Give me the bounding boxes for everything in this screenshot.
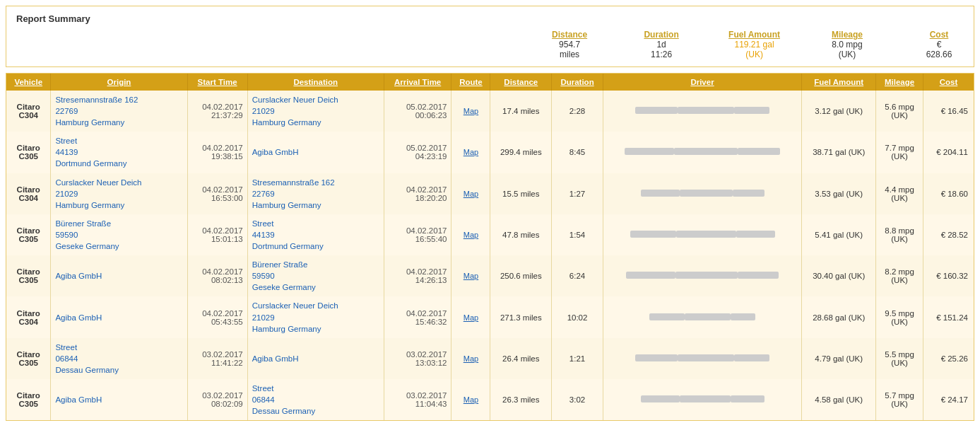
cell-destination[interactable]: Bürener Straße59590Geseke Germany: [247, 255, 384, 296]
cell-cost: € 204.11: [923, 132, 974, 173]
cell-start-time: 03.02.201708:02:09: [187, 379, 247, 420]
cell-cost: € 25.26: [923, 338, 974, 379]
col-distance[interactable]: Distance: [490, 74, 552, 91]
driver-bar: [733, 190, 764, 197]
table-row: CitaroC305Agiba GmbH03.02.201708:02:09St…: [6, 379, 974, 420]
col-origin[interactable]: Origin: [51, 74, 187, 91]
col-destination[interactable]: Destination: [247, 74, 384, 91]
summary-top-duration-label: Duration: [637, 30, 686, 40]
col-fuel[interactable]: Fuel Amount: [802, 74, 876, 91]
summary-top-mileage-label: Mileage: [822, 30, 872, 40]
cell-fuel: 5.41 gal (UK): [802, 214, 876, 255]
cell-driver: [603, 255, 801, 296]
cell-origin[interactable]: Street44139Dortmund Germany: [51, 132, 187, 173]
summary-top-fuel-value: 119.21 gal (UK): [728, 40, 780, 59]
cell-duration: 8:45: [552, 132, 603, 173]
cell-destination[interactable]: Agiba GmbH: [247, 132, 384, 173]
col-vehicle[interactable]: Vehicle: [6, 74, 51, 91]
summary-top-distance-label: Distance: [545, 30, 594, 40]
cell-distance: 26.4 miles: [490, 338, 552, 379]
data-table-wrap: Vehicle Origin Start Time Destination Ar…: [6, 73, 974, 421]
driver-bar: [734, 354, 769, 361]
col-route[interactable]: Route: [451, 74, 490, 91]
cell-fuel: 38.71 gal (UK): [802, 132, 876, 173]
cell-origin[interactable]: Curslacker Neuer Deich21029Hamburg Germa…: [51, 173, 187, 214]
cell-vehicle: CitaroC304: [6, 91, 51, 132]
cell-destination[interactable]: Street06844Dessau Germany: [247, 379, 384, 420]
cell-origin[interactable]: Agiba GmbH: [51, 255, 187, 296]
cell-destination[interactable]: Curslacker Neuer Deich21029Hamburg Germa…: [247, 91, 384, 132]
cell-origin[interactable]: Stresemannstraße 16222769Hamburg Germany: [51, 91, 187, 132]
driver-bar: [685, 313, 731, 320]
report-summary-top: Report Summary Distance 954.7 miles Dura…: [6, 6, 974, 67]
cell-duration: 1:27: [552, 173, 603, 214]
cell-route[interactable]: Map: [451, 173, 490, 214]
summary-top-distance-value: 954.7 miles: [545, 40, 594, 59]
col-mileage[interactable]: Mileage: [876, 74, 923, 91]
report-summary-top-title: Report Summary: [16, 13, 964, 24]
cell-cost: € 28.52: [923, 214, 974, 255]
driver-bar: [736, 231, 775, 238]
cell-origin[interactable]: Bürener Straße59590Geseke Germany: [51, 214, 187, 255]
cell-destination[interactable]: Agiba GmbH: [247, 338, 384, 379]
cell-cost: € 160.32: [923, 255, 974, 296]
table-header-row: Vehicle Origin Start Time Destination Ar…: [6, 74, 974, 91]
cell-route[interactable]: Map: [451, 91, 490, 132]
cell-fuel: 28.68 gal (UK): [802, 296, 876, 337]
driver-bar: [675, 272, 738, 279]
cell-driver: [603, 173, 801, 214]
driver-bar: [680, 395, 731, 402]
table-row: CitaroC305Bürener Straße59590Geseke Germ…: [6, 214, 974, 255]
cell-origin[interactable]: Agiba GmbH: [51, 296, 187, 337]
driver-bar: [676, 231, 736, 238]
cell-mileage: 4.4 mpg(UK): [876, 173, 923, 214]
cell-driver: [603, 132, 801, 173]
cell-vehicle: CitaroC304: [6, 296, 51, 337]
cell-duration: 3:02: [552, 379, 603, 420]
cell-route[interactable]: Map: [451, 338, 490, 379]
cell-arrival-time: 04.02.201715:46:32: [384, 296, 451, 337]
cell-distance: 47.8 miles: [490, 214, 552, 255]
summary-top-mileage-col: Mileage 8.0 mpg (UK): [822, 30, 872, 59]
cell-fuel: 4.79 gal (UK): [802, 338, 876, 379]
cell-mileage: 5.5 mpg(UK): [876, 338, 923, 379]
col-start-time[interactable]: Start Time: [187, 74, 247, 91]
summary-top-cost-value: € 628.66: [914, 40, 964, 59]
cell-mileage: 5.7 mpg(UK): [876, 379, 923, 420]
cell-arrival-time: 05.02.201704:23:19: [384, 132, 451, 173]
cell-start-time: 04.02.201708:02:13: [187, 255, 247, 296]
cell-cost: € 24.17: [923, 379, 974, 420]
driver-bar: [625, 148, 674, 155]
cell-arrival-time: 03.02.201713:03:12: [384, 338, 451, 379]
col-arrival-time[interactable]: Arrival Time: [384, 74, 451, 91]
driver-bar: [641, 395, 680, 402]
driver-bar: [626, 272, 675, 279]
driver-bar: [678, 107, 734, 114]
summary-top-duration-value: 1d 11:26: [637, 40, 686, 59]
summary-top-fuel-mileage-cost: Fuel Amount 119.21 gal (UK) Mileage 8.0 …: [728, 30, 964, 59]
cell-origin[interactable]: Agiba GmbH: [51, 379, 187, 420]
cell-destination[interactable]: Stresemannstraße 16222769Hamburg Germany: [247, 173, 384, 214]
cell-destination[interactable]: Curslacker Neuer Deich21029Hamburg Germa…: [247, 296, 384, 337]
cell-fuel: 4.58 gal (UK): [802, 379, 876, 420]
cell-cost: € 151.24: [923, 296, 974, 337]
driver-bar: [731, 313, 755, 320]
cell-mileage: 7.7 mpg(UK): [876, 132, 923, 173]
cell-route[interactable]: Map: [451, 255, 490, 296]
cell-duration: 1:54: [552, 214, 603, 255]
col-duration[interactable]: Duration: [552, 74, 603, 91]
table-row: CitaroC305Street44139Dortmund Germany04.…: [6, 132, 974, 173]
cell-route[interactable]: Map: [451, 214, 490, 255]
cell-arrival-time: 04.02.201714:26:13: [384, 255, 451, 296]
cell-origin[interactable]: Street06844Dessau Germany: [51, 338, 187, 379]
cell-start-time: 04.02.201719:38:15: [187, 132, 247, 173]
summary-top-fuel-label: Fuel Amount: [728, 30, 780, 40]
cell-route[interactable]: Map: [451, 132, 490, 173]
table-row: CitaroC305Street06844Dessau Germany03.02…: [6, 338, 974, 379]
cell-destination[interactable]: Street44139Dortmund Germany: [247, 214, 384, 255]
summary-top-distance-duration: Distance 954.7 miles Duration 1d 11:26: [545, 30, 686, 59]
col-driver[interactable]: Driver: [603, 74, 801, 91]
col-cost[interactable]: Cost: [923, 74, 974, 91]
cell-route[interactable]: Map: [451, 379, 490, 420]
cell-route[interactable]: Map: [451, 296, 490, 337]
